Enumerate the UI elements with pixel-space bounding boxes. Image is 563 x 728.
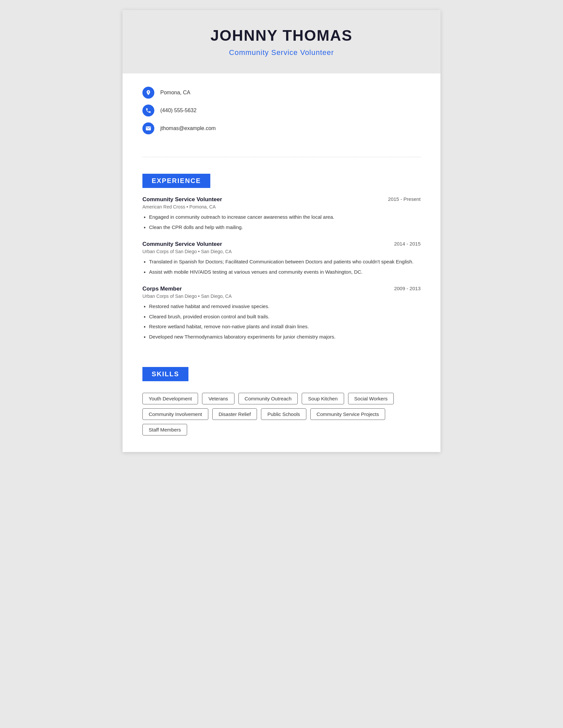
skill-badge-7: Public Schools <box>261 408 306 420</box>
job-entry-3: Corps Member 2009 - 2013 Urban Corps of … <box>142 286 421 341</box>
bullet-item: Restored native habitat and removed inva… <box>142 303 421 310</box>
bullet-item: Developed new Thermodynamics laboratory … <box>142 333 421 341</box>
skill-badge-5: Community Involvement <box>142 408 208 420</box>
job-title-3: Corps Member <box>142 286 182 292</box>
job-dates-1: 2015 - Present <box>388 196 421 202</box>
skill-badge-9: Staff Members <box>142 424 187 435</box>
skills-header-wrapper: SKILLS <box>122 357 441 389</box>
candidate-title: Community Service Volunteer <box>142 48 421 57</box>
job-bullets-3: Restored native habitat and removed inva… <box>142 303 421 341</box>
job-header-1: Community Service Volunteer 2015 - Prese… <box>142 196 421 203</box>
skill-badge-0: Youth Development <box>142 393 198 404</box>
location-text: Pomona, CA <box>160 90 190 96</box>
header-section: JOHNNY THOMAS Community Service Voluntee… <box>122 10 441 73</box>
contact-phone: (440) 555-5632 <box>142 105 421 116</box>
skills-section: Youth Development Veterans Community Out… <box>122 393 441 452</box>
skills-section-label: SKILLS <box>142 367 188 381</box>
job-title-1: Community Service Volunteer <box>142 196 222 203</box>
job-title-2: Community Service Volunteer <box>142 241 222 248</box>
experience-section-label: EXPERIENCE <box>142 174 210 188</box>
experience-header-wrapper: EXPERIENCE <box>122 164 441 196</box>
phone-icon <box>142 105 154 116</box>
skill-badge-3: Soup Kitchen <box>302 393 344 404</box>
job-dates-3: 2009 - 2013 <box>394 286 421 291</box>
contact-section: Pomona, CA (440) 555-5632 jthomas@exampl… <box>122 73 441 150</box>
section-divider <box>142 157 421 157</box>
bullet-item: Assist with mobile HIV/AIDS testing at v… <box>142 268 421 276</box>
experience-section: Community Service Volunteer 2015 - Prese… <box>122 196 441 357</box>
location-icon <box>142 87 154 99</box>
bullet-item: Cleared brush, provided erosion control … <box>142 313 421 321</box>
skill-badge-6: Disaster Relief <box>212 408 257 420</box>
bullet-item: Engaged in community outreach to increas… <box>142 213 421 221</box>
contact-location: Pomona, CA <box>142 87 421 99</box>
job-bullets-1: Engaged in community outreach to increas… <box>142 213 421 231</box>
job-bullets-2: Translated in Spanish for Doctors; Facil… <box>142 258 421 276</box>
bullet-item: Restore wetland habitat, remove non-nati… <box>142 323 421 331</box>
phone-text: (440) 555-5632 <box>160 108 196 114</box>
job-company-1: American Red Cross • Pomona, CA <box>142 204 421 209</box>
skill-badge-2: Community Outreach <box>238 393 298 404</box>
bullet-item: Clean the CPR dolls and help with mailin… <box>142 224 421 231</box>
skill-badge-8: Community Service Projects <box>310 408 385 420</box>
skill-badge-4: Social Workers <box>348 393 394 404</box>
skill-badge-1: Veterans <box>202 393 234 404</box>
job-company-2: Urban Corps of San Diego • San Diego, CA <box>142 249 421 254</box>
email-icon <box>142 122 154 134</box>
job-header-2: Community Service Volunteer 2014 - 2015 <box>142 241 421 248</box>
resume-container: JOHNNY THOMAS Community Service Voluntee… <box>122 10 441 452</box>
contact-email: jthomas@example.com <box>142 122 421 134</box>
job-header-3: Corps Member 2009 - 2013 <box>142 286 421 292</box>
bullet-item: Translated in Spanish for Doctors; Facil… <box>142 258 421 266</box>
candidate-name: JOHNNY THOMAS <box>142 26 421 44</box>
job-dates-2: 2014 - 2015 <box>394 241 421 247</box>
job-entry-2: Community Service Volunteer 2014 - 2015 … <box>142 241 421 276</box>
job-company-3: Urban Corps of San Diego • San Diego, CA <box>142 294 421 299</box>
job-entry-1: Community Service Volunteer 2015 - Prese… <box>142 196 421 231</box>
email-text: jthomas@example.com <box>160 125 215 131</box>
skills-grid: Youth Development Veterans Community Out… <box>142 393 421 435</box>
